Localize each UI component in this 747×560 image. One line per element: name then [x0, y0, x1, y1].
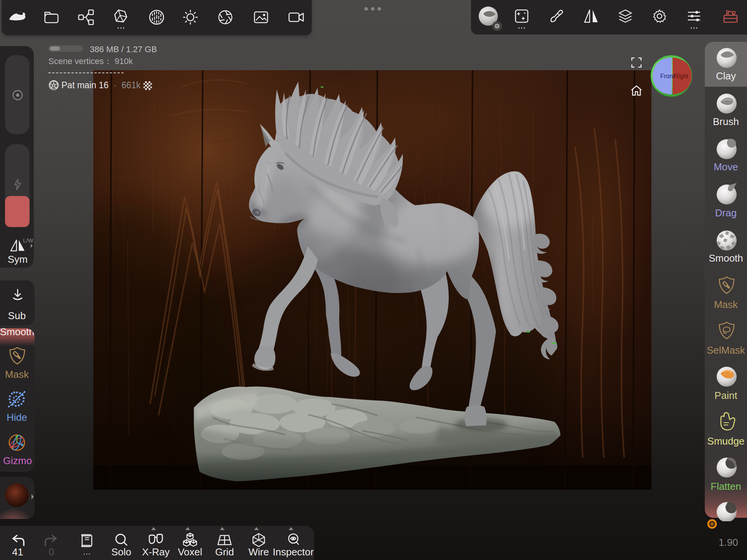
svg-text:Clay: Clay [716, 70, 736, 82]
svg-text:Flatten: Flatten [711, 481, 741, 492]
svg-text:Drag: Drag [715, 207, 737, 219]
svg-text:Front: Front [660, 73, 675, 79]
svg-text:Move: Move [714, 161, 738, 173]
svg-text:Smooth: Smooth [709, 252, 743, 264]
svg-text:SelMask: SelMask [707, 344, 745, 356]
svg-text:Mask: Mask [714, 299, 738, 310]
svg-text:Smudge: Smudge [707, 435, 745, 447]
svg-text:L/W: L/W [23, 238, 33, 244]
svg-text:Pat main 16: Pat main 16 [61, 80, 109, 90]
svg-text:Paint: Paint [714, 390, 737, 401]
svg-text:· 661k ·: · 661k · [114, 80, 149, 90]
svg-text:Right: Right [674, 73, 689, 79]
svg-text:Brush: Brush [713, 116, 739, 127]
